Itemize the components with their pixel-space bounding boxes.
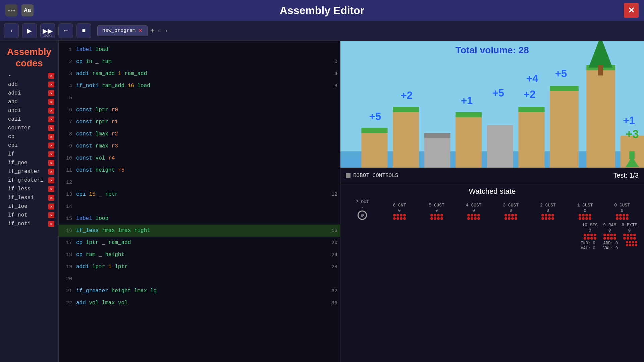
sidebar-item[interactable]: call ✕	[0, 115, 58, 124]
code-line[interactable]: 4if_noti ram_add 16 load8	[59, 80, 340, 92]
token-ident: height	[92, 167, 115, 173]
code-line[interactable]: 5	[59, 92, 340, 104]
code-line[interactable]: 17cp lptr _ ram_add20	[59, 237, 340, 249]
stop-button[interactable]: ■	[76, 23, 91, 38]
nav-back-button2[interactable]: ←	[58, 23, 73, 38]
dot-grid	[393, 214, 406, 220]
code-line[interactable]: 7const rptr r1	[59, 116, 340, 128]
tab-add-button[interactable]: +	[150, 26, 155, 35]
remove-button[interactable]: ✕	[48, 160, 54, 166]
reg-label: 1 CUST	[577, 203, 593, 208]
token-kw-cpi: cpi	[76, 191, 86, 197]
code-line[interactable]: 10const vol r4	[59, 152, 340, 164]
dot-cell	[541, 217, 544, 220]
code-line[interactable]: 11const height r5	[59, 164, 340, 176]
remove-button[interactable]: ✕	[48, 195, 54, 201]
sidebar-item[interactable]: if_noti ✕	[0, 220, 58, 228]
remove-button[interactable]: ✕	[48, 108, 54, 114]
remove-button[interactable]: ✕	[48, 73, 54, 79]
sidebar-item-label: addi	[8, 90, 21, 96]
close-button[interactable]: ✕	[624, 3, 639, 18]
dot-cell	[508, 214, 511, 217]
line-content: addi lptr 1 lptr	[76, 264, 325, 270]
code-line[interactable]: 1label load	[59, 44, 340, 56]
svg-rect-6	[393, 110, 419, 168]
sidebar-item[interactable]: - ✕	[0, 71, 58, 80]
remove-button[interactable]: ✕	[48, 90, 54, 96]
sidebar-item[interactable]: cp ✕	[0, 132, 58, 141]
sidebar-item[interactable]: counter ✕	[0, 124, 58, 132]
code-line[interactable]: 3addi ram_add 1 ram_add4	[59, 68, 340, 80]
code-line[interactable]: 14	[59, 200, 340, 213]
remove-button[interactable]: ✕	[48, 186, 54, 192]
editor-scroll[interactable]: 1label load2cp in _ ram03addi ram_add 1 …	[59, 41, 340, 362]
play-button[interactable]: ▶	[22, 23, 37, 38]
line-number: 2	[61, 59, 72, 65]
sidebar-item-label: cpi	[8, 142, 18, 148]
tab-prev-button[interactable]: ‹	[156, 26, 162, 36]
dot-cell	[474, 214, 477, 217]
code-line[interactable]: 16if_less rmax lmax right16	[59, 225, 340, 237]
main-content: Assembly codes - ✕ add ✕ addi ✕ and ✕ an…	[0, 41, 644, 362]
remove-button[interactable]: ✕	[48, 177, 54, 183]
dot-cell	[582, 214, 585, 217]
remove-button[interactable]: ✕	[48, 81, 54, 87]
editor-area[interactable]: 1label load2cp in _ ram03addi ram_add 1 …	[59, 41, 340, 362]
dot-cell	[471, 214, 473, 217]
sidebar-item[interactable]: if_greateri ✕	[0, 176, 58, 185]
small-dot-cell	[626, 244, 628, 246]
sidebar-item[interactable]: if_less ✕	[0, 185, 58, 193]
remove-button[interactable]: ✕	[48, 203, 54, 209]
tab-close-button[interactable]: ✕	[138, 27, 143, 34]
dot-cell	[393, 214, 396, 217]
code-line[interactable]: 12	[59, 176, 340, 188]
bottom-dot-cell	[603, 234, 606, 236]
code-line[interactable]: 21if_greater height lmax lg32	[59, 285, 340, 297]
dot-cell	[616, 214, 619, 217]
code-line[interactable]: 20	[59, 273, 340, 285]
remove-button[interactable]: ✕	[48, 99, 54, 105]
sidebar-item[interactable]: if ✕	[0, 150, 58, 159]
sidebar-item[interactable]: cpi ✕	[0, 141, 58, 150]
aa-icon[interactable]: Aa	[21, 4, 34, 16]
editor-tab[interactable]: new_program ✕	[97, 25, 148, 36]
code-line[interactable]: 22add vol lmax vol36	[59, 297, 340, 309]
sidebar-item[interactable]: if_lessi ✕	[0, 193, 58, 202]
code-line[interactable]: 9const rmax r3	[59, 140, 340, 152]
token-ident: ram_add	[99, 83, 124, 89]
sidebar-item[interactable]: andi ✕	[0, 106, 58, 115]
remove-button[interactable]: ✕	[48, 212, 54, 218]
code-line[interactable]: 18cp ram _ height24	[59, 249, 340, 261]
sidebar-item[interactable]: if_greater ✕	[0, 167, 58, 176]
fast-forward-button[interactable]: ▶▶ 100Hz	[40, 23, 55, 38]
sidebar-item[interactable]: if_not ✕	[0, 211, 58, 220]
tab-next-button[interactable]: ›	[163, 26, 169, 36]
dots-icon[interactable]	[5, 4, 17, 16]
nav-back-button[interactable]: ‹	[4, 23, 19, 38]
code-line[interactable]: 8const lmax r2	[59, 128, 340, 140]
remove-button[interactable]: ✕	[48, 142, 54, 148]
sidebar-item[interactable]: if_goe ✕	[0, 159, 58, 167]
remove-button[interactable]: ✕	[48, 221, 54, 227]
bottom-dot-cell	[627, 234, 629, 236]
dot-cell	[434, 217, 436, 220]
bottom-reg-label: 9 RAM	[603, 223, 616, 228]
code-line[interactable]: 15label loop	[59, 213, 340, 225]
token-ident: ram_add	[89, 71, 115, 77]
sidebar-item[interactable]: addi ✕	[0, 89, 58, 98]
remove-button[interactable]: ✕	[48, 116, 54, 122]
sidebar-item[interactable]: add ✕	[0, 80, 58, 89]
remove-button[interactable]: ✕	[48, 169, 54, 175]
code-line[interactable]: 6const lptr r0	[59, 104, 340, 116]
code-line[interactable]: 19addi lptr 1 lptr28	[59, 261, 340, 273]
bottom-dot-cell	[630, 237, 633, 240]
sidebar-item[interactable]: if_loe ✕	[0, 202, 58, 211]
remove-button[interactable]: ✕	[48, 134, 54, 140]
bottom-dot-cell	[613, 234, 616, 236]
remove-button[interactable]: ✕	[48, 151, 54, 157]
remove-button[interactable]: ✕	[48, 125, 54, 131]
code-line[interactable]: 13cpi 15 _ rptr12	[59, 188, 340, 200]
code-line[interactable]: 2cp in _ ram0	[59, 56, 340, 68]
register-col: 7 OUT-∅	[344, 200, 380, 220]
sidebar-item[interactable]: and ✕	[0, 98, 58, 106]
